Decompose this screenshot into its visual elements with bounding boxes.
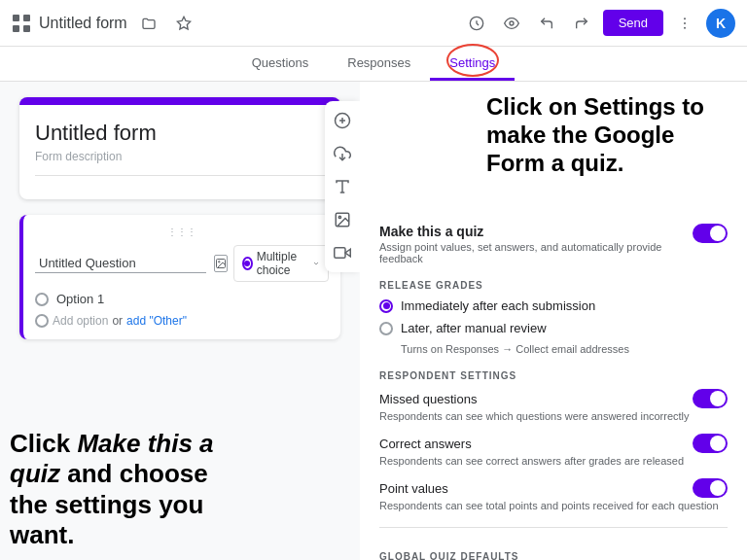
- add-other-link[interactable]: add "Other": [126, 314, 187, 328]
- redo-icon[interactable]: [568, 10, 595, 37]
- release-grades-section: RELEASE GRADES Immediately after each su…: [379, 280, 728, 355]
- make-quiz-row: Make this a quiz Assign point values, se…: [379, 224, 728, 264]
- top-bar-left: Untitled form: [12, 10, 197, 37]
- toggle-knob-missed: [710, 391, 726, 406]
- toggle-knob-points: [710, 480, 726, 496]
- point-values-row: Point values Respondents can see total p…: [379, 478, 728, 511]
- global-defaults-label: GLOBAL QUIZ DEFAULTS: [379, 551, 728, 560]
- add-option-radio: [35, 314, 49, 328]
- accessibility-icon[interactable]: [463, 10, 490, 37]
- radio-inner: [383, 302, 390, 309]
- avatar[interactable]: K: [706, 9, 735, 38]
- missed-questions-desc: Respondents can see which questions were…: [379, 410, 728, 422]
- add-question-icon[interactable]: [331, 109, 354, 132]
- make-quiz-toggle[interactable]: [693, 224, 728, 243]
- app-grid-icon[interactable]: [12, 14, 31, 33]
- toggle-knob: [710, 226, 726, 241]
- immediately-option[interactable]: Immediately after each submission: [379, 298, 728, 313]
- question-type-select[interactable]: Multiple choice: [233, 245, 329, 282]
- svg-point-9: [684, 26, 686, 28]
- immediately-radio: [379, 299, 393, 313]
- eye-icon[interactable]: [498, 10, 525, 37]
- instruction-bottom-left: Click Make this a quiz and choose the se…: [10, 429, 224, 550]
- question-type-area: Multiple choice: [214, 245, 329, 282]
- svg-marker-4: [177, 17, 190, 29]
- make-quiz-section: Make this a quiz Assign point values, se…: [379, 224, 728, 264]
- point-values-desc: Respondents can see total points and poi…: [379, 500, 728, 511]
- respondent-settings-label: RESPONDENT SETTINGS: [379, 370, 728, 381]
- svg-rect-3: [23, 25, 30, 32]
- svg-rect-21: [335, 248, 345, 259]
- svg-point-7: [684, 18, 686, 19]
- top-bar-right: Send K: [463, 9, 735, 38]
- make-quiz-description: Assign point values, set answers, and au…: [379, 241, 693, 264]
- immediately-label: Immediately after each submission: [401, 298, 595, 313]
- point-values-toggle[interactable]: [693, 478, 728, 498]
- make-quiz-title: Make this a quiz: [379, 224, 693, 239]
- correct-answers-header: Correct answers: [379, 434, 728, 453]
- global-defaults-section: GLOBAL QUIZ DEFAULTS Default question po…: [379, 527, 728, 560]
- tabs-bar: Questions Responses Settings: [0, 47, 747, 82]
- svg-point-11: [219, 262, 221, 263]
- radio-type-icon: [242, 257, 253, 270]
- form-description: Form description: [35, 150, 325, 163]
- more-vert-icon[interactable]: [671, 10, 698, 37]
- later-label: Later, after manual review: [401, 321, 547, 335]
- missed-questions-title: Missed questions: [379, 392, 477, 406]
- correct-answers-desc: Respondents can see correct answers afte…: [379, 455, 728, 467]
- image-icon[interactable]: [214, 255, 228, 272]
- video-icon[interactable]: [331, 241, 354, 264]
- correct-answers-row: Correct answers Respondents can see corr…: [379, 434, 728, 467]
- form-divider: [35, 175, 325, 176]
- question-card: ⋮⋮⋮ Multiple choice: [19, 215, 340, 339]
- text-icon[interactable]: [331, 175, 354, 198]
- missed-questions-toggle[interactable]: [693, 389, 728, 408]
- main-content: Untitled form Form description ⋮⋮⋮: [0, 82, 747, 560]
- drag-handle-icon: ⋮⋮⋮: [35, 227, 329, 237]
- svg-rect-0: [13, 15, 19, 21]
- right-sidebar-tools: [325, 101, 360, 272]
- svg-point-8: [684, 22, 686, 24]
- later-radio: [379, 322, 393, 335]
- release-grades-label: RELEASE GRADES: [379, 280, 728, 291]
- svg-point-19: [338, 216, 340, 218]
- correct-answers-title: Correct answers: [379, 437, 472, 451]
- correct-answers-toggle[interactable]: [693, 434, 728, 453]
- later-detail: Turns on Responses → Collect email addre…: [401, 343, 728, 355]
- option-radio: [35, 293, 49, 306]
- add-option-text[interactable]: Add option: [53, 314, 108, 328]
- option-1-text: Option 1: [56, 292, 104, 306]
- missed-questions-row: Missed questions Respondents can see whi…: [379, 389, 728, 422]
- star-icon[interactable]: [170, 10, 197, 37]
- make-quiz-text: Make this a quiz Assign point values, se…: [379, 224, 693, 264]
- svg-rect-2: [13, 25, 19, 32]
- form-preview-title: Untitled form: [35, 121, 325, 146]
- undo-icon[interactable]: [533, 10, 560, 37]
- image-add-icon[interactable]: [331, 208, 354, 231]
- right-panel: Click on Settings to make the Google For…: [360, 82, 747, 560]
- add-option-row: Add option or add "Other": [35, 314, 329, 328]
- left-panel: Untitled form Form description ⋮⋮⋮: [0, 82, 360, 560]
- respondent-settings-section: RESPONDENT SETTINGS Missed questions Res…: [379, 370, 728, 511]
- svg-marker-20: [345, 249, 350, 257]
- question-row: Multiple choice: [35, 245, 329, 282]
- top-bar: Untitled form Send K: [0, 0, 747, 47]
- send-button[interactable]: Send: [603, 10, 663, 36]
- form-preview-card: Untitled form Form description: [19, 97, 340, 199]
- svg-rect-1: [23, 15, 30, 21]
- form-title: Untitled form: [39, 15, 127, 32]
- question-input[interactable]: [35, 254, 206, 273]
- import-questions-icon[interactable]: [331, 142, 354, 165]
- svg-point-6: [510, 21, 514, 25]
- option-1-row: Option 1: [35, 292, 329, 306]
- settings-content: Make this a quiz Assign point values, se…: [379, 224, 728, 560]
- folder-icon[interactable]: [135, 10, 162, 37]
- toggle-knob-correct: [710, 436, 726, 451]
- tab-settings[interactable]: Settings: [430, 48, 515, 81]
- point-values-title: Point values: [379, 481, 448, 496]
- later-option[interactable]: Later, after manual review Turns on Resp…: [379, 321, 728, 355]
- tab-responses[interactable]: Responses: [328, 48, 430, 81]
- chevron-down-icon: [312, 258, 320, 269]
- instruction-top-right: Click on Settings to make the Google For…: [475, 82, 747, 189]
- tab-questions[interactable]: Questions: [232, 48, 329, 81]
